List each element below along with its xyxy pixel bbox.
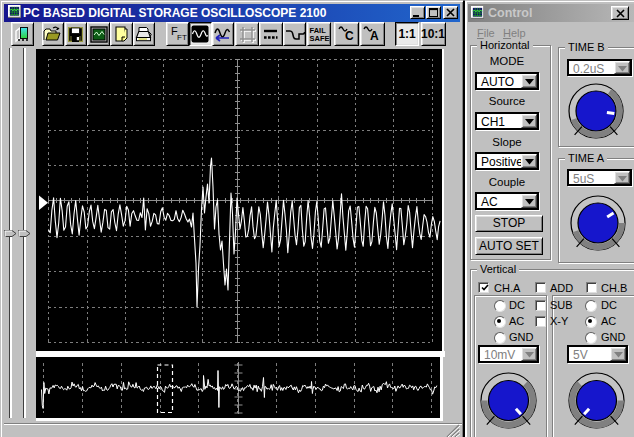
svg-text:A: A bbox=[370, 29, 379, 43]
svg-text:C: C bbox=[345, 29, 354, 43]
svg-text:SAFE: SAFE bbox=[309, 34, 329, 43]
svg-text:FT: FT bbox=[177, 33, 187, 42]
